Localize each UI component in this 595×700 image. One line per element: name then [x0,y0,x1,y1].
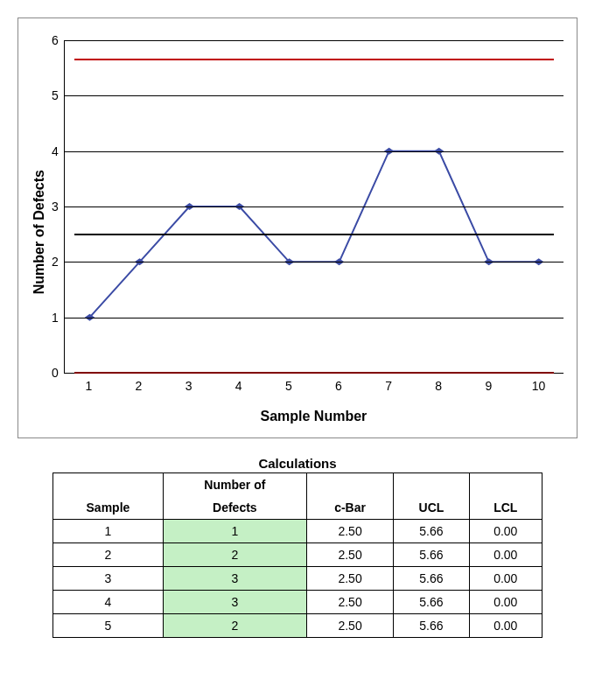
col-header: UCL [394,496,469,520]
table-row: 432.505.660.00 [53,591,542,614]
calculations-title: Calculations [18,456,578,472]
y-axis-ticks: 6543210 [52,40,64,373]
table-row: 222.505.660.00 [53,543,542,567]
ucl-line [74,59,553,60]
control-chart: Number of Defects 6543210 12345678910 Sa… [18,18,578,438]
col-header: LCL [469,496,542,520]
plot-area [64,40,564,374]
col-header: Defects [163,496,306,520]
y-axis-label: Number of Defects [27,170,52,294]
table-row: 332.505.660.00 [53,567,542,591]
col-header: Sample [53,496,164,520]
cbar-line [74,234,553,235]
x-axis-label: Sample Number [64,393,564,424]
calculations-table: Number of SampleDefectsc-BarUCLLCL 112.5… [52,472,542,638]
col-header-top-defects: Number of [163,473,306,497]
x-axis-ticks: 12345678910 [64,374,564,393]
table-row: 112.505.660.00 [53,520,542,543]
lcl-line [74,372,553,374]
table-row: 522.505.660.00 [53,614,542,638]
col-header: c-Bar [306,496,393,520]
